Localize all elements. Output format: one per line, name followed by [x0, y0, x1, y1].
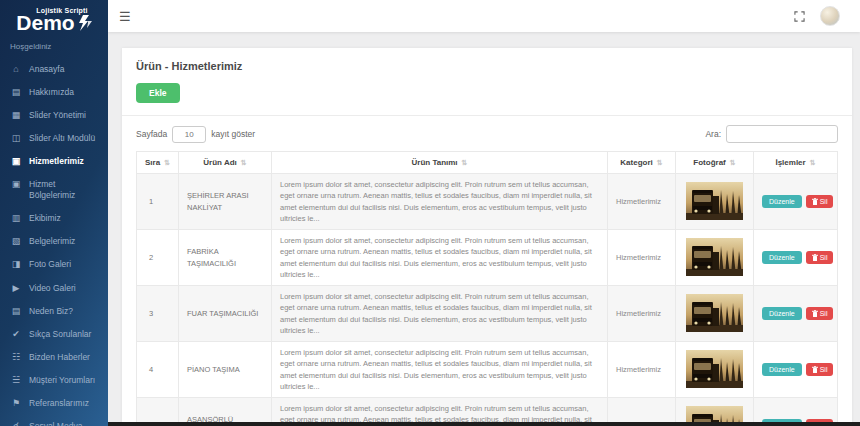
- row-order: 1: [137, 174, 179, 230]
- trash-icon: [812, 198, 818, 205]
- delete-button[interactable]: Sil: [806, 307, 834, 320]
- images-icon: ▦: [10, 110, 22, 121]
- table-row: 1 ŞEHİRLER ARASI NAKLİYAT Lorem ipsum do…: [137, 174, 838, 230]
- product-photo: [686, 238, 743, 276]
- sidebar-item-hakkimizda[interactable]: ▤ Hakkımızda: [0, 81, 108, 104]
- sidebar-item-label: Sosyal Medya Hesaplarımız: [29, 421, 102, 426]
- trash-icon: [812, 366, 818, 373]
- edit-button[interactable]: Düzenle: [762, 307, 802, 320]
- sidebar-item-label: Belgelerimiz: [29, 236, 75, 247]
- page-size-suffix: kayıt göster: [211, 129, 255, 139]
- sidebar-item-label: Bizden Haberler: [29, 352, 90, 363]
- sidebar-item-hizmetlerimiz[interactable]: ▣ Hizmetlerimiz: [0, 150, 108, 173]
- fullscreen-icon[interactable]: [794, 11, 805, 22]
- sidebar-item-anasayfa[interactable]: ⌂ Anasayfa: [0, 58, 108, 81]
- sidebar-item-sosyal-medya[interactable]: ☌ Sosyal Medya Hesaplarımız: [0, 415, 108, 426]
- row-description: Lorem ipsum dolor sit amet, consectetur …: [272, 174, 608, 230]
- sort-icon[interactable]: ⇅: [164, 159, 170, 166]
- sidebar-item-label: Ekibimiz: [29, 213, 61, 224]
- sidebar-item-sikca-sorulanlar[interactable]: ✔ Sıkça Sorulanlar: [0, 323, 108, 346]
- main-content: Ürün - Hizmetlerimiz Ekle Sayfada kayıt …: [108, 32, 860, 426]
- comments-icon: ☱: [10, 375, 22, 386]
- window-icon: ◫: [10, 133, 22, 144]
- divider: [122, 115, 852, 116]
- logo-title: Demo: [16, 12, 74, 34]
- row-order: 4: [137, 342, 179, 398]
- page-size-prefix: Sayfada: [136, 129, 167, 139]
- delete-button[interactable]: Sil: [806, 251, 834, 264]
- product-photo: [686, 294, 743, 332]
- page-size-control: Sayfada kayıt göster: [136, 126, 255, 143]
- sidebar-item-label: Referanslarımız: [29, 398, 89, 409]
- edit-button[interactable]: Düzenle: [762, 363, 802, 376]
- sidebar-item-label: Anasayfa: [29, 64, 64, 75]
- delete-button[interactable]: Sil: [806, 195, 834, 208]
- share-icon: ☌: [10, 421, 22, 426]
- table-row: 4 PİANO TAŞIMA Lorem ipsum dolor sit ame…: [137, 342, 838, 398]
- sidebar-item-foto-galeri[interactable]: ◨ Foto Galeri: [0, 253, 108, 276]
- top-header-bar: ☰: [108, 0, 860, 32]
- sidebar: Lojistik Scripti Demo Hoşgeldiniz ⌂ Anas…: [0, 0, 108, 426]
- sidebar-item-slider-yonetimi[interactable]: ▦ Slider Yönetimi: [0, 104, 108, 127]
- row-category: Hizmetlerimiz: [608, 342, 676, 398]
- column-header[interactable]: Kategori⇅: [608, 152, 676, 174]
- column-header[interactable]: İşlemler⇅: [754, 152, 838, 174]
- menu-toggle-icon[interactable]: ☰: [119, 10, 131, 23]
- photo-icon: ◨: [10, 259, 22, 270]
- services-table: Sıra⇅ Ürün Adı⇅ Ürün Tanımı⇅ Kategori⇅ F…: [136, 151, 838, 426]
- delete-button[interactable]: Sil: [806, 363, 834, 376]
- news-icon: ☷: [10, 352, 22, 363]
- content-card: Ürün - Hizmetlerimiz Ekle Sayfada kayıt …: [122, 48, 852, 426]
- sidebar-item-bizden-haberler[interactable]: ☷ Bizden Haberler: [0, 346, 108, 369]
- row-category: Hizmetlerimiz: [608, 230, 676, 286]
- sidebar-item-ekibimiz[interactable]: ▥ Ekibimiz: [0, 207, 108, 230]
- column-header[interactable]: Fotoğraf⇅: [676, 152, 754, 174]
- sidebar-item-label: Sıkça Sorulanlar: [29, 329, 91, 340]
- search-label: Ara:: [705, 129, 721, 139]
- desktop-icon: ⌂: [10, 64, 22, 75]
- sidebar-item-referanslarimiz[interactable]: ⚑ Referanslarımız: [0, 392, 108, 415]
- truck-icon: ▣: [10, 179, 22, 190]
- page-title: Ürün - Hizmetlerimiz: [136, 60, 838, 72]
- column-header[interactable]: Sıra⇅: [137, 152, 179, 174]
- logo[interactable]: Lojistik Scripti Demo: [0, 0, 108, 34]
- sort-icon[interactable]: ⇅: [657, 159, 663, 166]
- briefcase-icon: ▤: [10, 306, 22, 317]
- sidebar-item-neden-biz[interactable]: ▤ Neden Biz?: [0, 300, 108, 323]
- column-header[interactable]: Ürün Tanımı⇅: [272, 152, 608, 174]
- id-card-icon: ▥: [10, 213, 22, 224]
- sidebar-item-label: Neden Biz?: [29, 306, 73, 317]
- sidebar-item-label: Slider Altı Modülü: [29, 133, 95, 144]
- sort-icon[interactable]: ⇅: [462, 159, 468, 166]
- row-product-name: PİANO TAŞIMA: [179, 342, 272, 398]
- sort-icon[interactable]: ⇅: [730, 159, 736, 166]
- sidebar-item-label: Müşteri Yorumları: [29, 375, 95, 386]
- add-button[interactable]: Ekle: [136, 83, 180, 103]
- sidebar-item-video-galeri[interactable]: ▶ Video Galeri: [0, 277, 108, 300]
- edit-button[interactable]: Düzenle: [762, 195, 802, 208]
- sidebar-item-musteri-yorumlari[interactable]: ☱ Müşteri Yorumları: [0, 369, 108, 392]
- sidebar-item-label: Foto Galeri: [29, 259, 71, 270]
- page-size-input[interactable]: [172, 126, 206, 143]
- row-order: 2: [137, 230, 179, 286]
- sidebar-item-label: Slider Yönetimi: [29, 110, 86, 121]
- sidebar-item-belgelerimiz[interactable]: ▧ Belgelerimiz: [0, 230, 108, 253]
- sidebar-item-slider-alti-modulu[interactable]: ◫ Slider Altı Modülü: [0, 127, 108, 150]
- signs-icon: ⚑: [10, 398, 22, 409]
- row-description: Lorem ipsum dolor sit amet, consectetur …: [272, 230, 608, 286]
- sort-icon[interactable]: ⇅: [810, 159, 816, 166]
- edit-button[interactable]: Düzenle: [762, 251, 802, 264]
- row-category: Hizmetlerimiz: [608, 286, 676, 342]
- product-photo: [686, 350, 743, 388]
- row-description: Lorem ipsum dolor sit amet, consectetur …: [272, 286, 608, 342]
- user-avatar[interactable]: [820, 6, 840, 26]
- sidebar-item-label: Hizmetlerimiz: [29, 156, 84, 167]
- table-controls: Sayfada kayıt göster Ara:: [136, 125, 838, 143]
- table-header-row: Sıra⇅ Ürün Adı⇅ Ürün Tanımı⇅ Kategori⇅ F…: [137, 152, 838, 174]
- sort-icon[interactable]: ⇅: [241, 159, 247, 166]
- table-row: 3 FUAR TAŞIMACILIĞI Lorem ipsum dolor si…: [137, 286, 838, 342]
- lightning-bolt-icon: [77, 15, 92, 32]
- sidebar-item-hizmet-bolgelerimiz[interactable]: ▣ Hizmet Bölgelerimiz: [0, 173, 108, 207]
- search-input[interactable]: [726, 125, 838, 143]
- column-header[interactable]: Ürün Adı⇅: [179, 152, 272, 174]
